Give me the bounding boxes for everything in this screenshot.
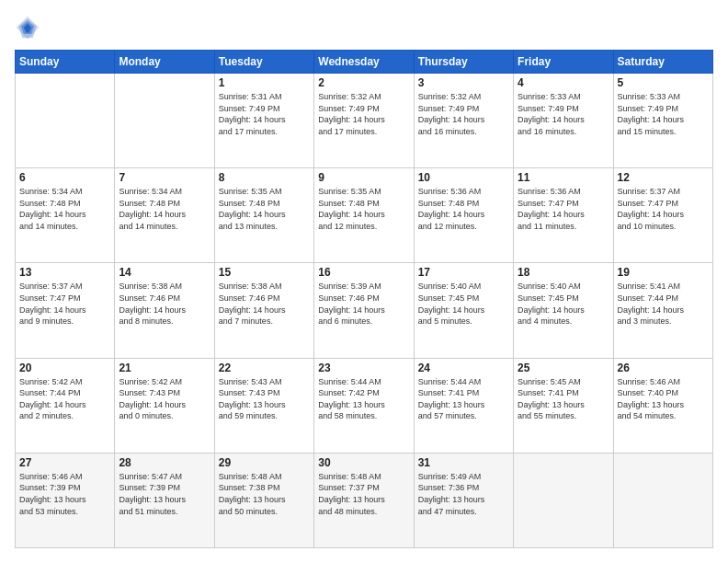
- calendar-cell: 13Sunrise: 5:37 AM Sunset: 7:47 PM Dayli…: [16, 263, 115, 358]
- calendar-cell: 20Sunrise: 5:42 AM Sunset: 7:44 PM Dayli…: [16, 358, 115, 453]
- calendar-cell: 17Sunrise: 5:40 AM Sunset: 7:45 PM Dayli…: [414, 263, 513, 358]
- day-number: 8: [219, 171, 310, 184]
- calendar-cell: 29Sunrise: 5:48 AM Sunset: 7:38 PM Dayli…: [214, 453, 313, 547]
- day-number: 10: [418, 171, 509, 184]
- day-number: 28: [119, 456, 210, 469]
- day-info: Sunrise: 5:35 AM Sunset: 7:48 PM Dayligh…: [318, 186, 409, 232]
- day-info: Sunrise: 5:46 AM Sunset: 7:39 PM Dayligh…: [19, 471, 110, 517]
- day-number: 14: [119, 266, 210, 279]
- day-number: 20: [19, 362, 110, 374]
- col-saturday: Saturday: [613, 51, 712, 74]
- day-number: 25: [518, 362, 609, 374]
- calendar-cell: 25Sunrise: 5:45 AM Sunset: 7:41 PM Dayli…: [514, 358, 613, 453]
- day-info: Sunrise: 5:32 AM Sunset: 7:49 PM Dayligh…: [318, 91, 409, 137]
- logo: [15, 15, 44, 40]
- day-number: 18: [518, 266, 609, 279]
- calendar-cell: 11Sunrise: 5:36 AM Sunset: 7:47 PM Dayli…: [514, 168, 613, 263]
- day-info: Sunrise: 5:39 AM Sunset: 7:46 PM Dayligh…: [318, 281, 409, 327]
- day-number: 6: [19, 171, 110, 184]
- day-number: 29: [219, 456, 310, 469]
- calendar-cell: 31Sunrise: 5:49 AM Sunset: 7:36 PM Dayli…: [414, 453, 513, 547]
- day-info: Sunrise: 5:33 AM Sunset: 7:49 PM Dayligh…: [518, 91, 609, 137]
- calendar-cell: 30Sunrise: 5:48 AM Sunset: 7:37 PM Dayli…: [314, 453, 414, 547]
- day-number: 12: [618, 171, 709, 184]
- day-info: Sunrise: 5:48 AM Sunset: 7:37 PM Dayligh…: [318, 471, 409, 517]
- calendar-table: Sunday Monday Tuesday Wednesday Thursday…: [15, 50, 713, 548]
- day-number: 19: [618, 266, 709, 279]
- logo-icon: [15, 15, 40, 40]
- calendar-cell: 19Sunrise: 5:41 AM Sunset: 7:44 PM Dayli…: [613, 263, 712, 358]
- calendar-cell: 10Sunrise: 5:36 AM Sunset: 7:48 PM Dayli…: [414, 168, 513, 263]
- day-info: Sunrise: 5:48 AM Sunset: 7:38 PM Dayligh…: [219, 471, 310, 517]
- col-sunday: Sunday: [16, 51, 115, 74]
- day-number: 26: [618, 362, 709, 374]
- calendar-cell: 27Sunrise: 5:46 AM Sunset: 7:39 PM Dayli…: [16, 453, 115, 547]
- calendar-cell: 24Sunrise: 5:44 AM Sunset: 7:41 PM Dayli…: [414, 358, 513, 453]
- day-number: 7: [119, 171, 210, 184]
- day-info: Sunrise: 5:36 AM Sunset: 7:48 PM Dayligh…: [418, 186, 509, 232]
- day-info: Sunrise: 5:40 AM Sunset: 7:45 PM Dayligh…: [418, 281, 509, 327]
- calendar-cell: 7Sunrise: 5:34 AM Sunset: 7:48 PM Daylig…: [115, 168, 214, 263]
- day-info: Sunrise: 5:37 AM Sunset: 7:47 PM Dayligh…: [19, 281, 110, 327]
- calendar-cell: [514, 453, 613, 547]
- calendar-cell: 4Sunrise: 5:33 AM Sunset: 7:49 PM Daylig…: [514, 74, 613, 168]
- col-friday: Friday: [514, 51, 613, 74]
- calendar-cell: 6Sunrise: 5:34 AM Sunset: 7:48 PM Daylig…: [16, 168, 115, 263]
- day-number: 31: [418, 456, 509, 469]
- day-info: Sunrise: 5:41 AM Sunset: 7:44 PM Dayligh…: [618, 281, 709, 327]
- day-info: Sunrise: 5:33 AM Sunset: 7:49 PM Dayligh…: [618, 91, 709, 137]
- day-info: Sunrise: 5:40 AM Sunset: 7:45 PM Dayligh…: [518, 281, 609, 327]
- day-info: Sunrise: 5:31 AM Sunset: 7:49 PM Dayligh…: [219, 91, 310, 137]
- day-info: Sunrise: 5:49 AM Sunset: 7:36 PM Dayligh…: [418, 471, 509, 517]
- day-number: 2: [318, 76, 409, 89]
- day-number: 5: [618, 76, 709, 89]
- col-tuesday: Tuesday: [214, 51, 313, 74]
- day-number: 24: [418, 362, 509, 374]
- day-info: Sunrise: 5:38 AM Sunset: 7:46 PM Dayligh…: [119, 281, 210, 327]
- day-info: Sunrise: 5:34 AM Sunset: 7:48 PM Dayligh…: [19, 186, 110, 232]
- calendar-cell: 8Sunrise: 5:35 AM Sunset: 7:48 PM Daylig…: [214, 168, 313, 263]
- calendar-cell: 21Sunrise: 5:42 AM Sunset: 7:43 PM Dayli…: [115, 358, 214, 453]
- calendar-cell: 2Sunrise: 5:32 AM Sunset: 7:49 PM Daylig…: [314, 74, 414, 168]
- day-number: 4: [518, 76, 609, 89]
- day-info: Sunrise: 5:47 AM Sunset: 7:39 PM Dayligh…: [119, 471, 210, 517]
- page-header: [15, 15, 713, 40]
- calendar-cell: 28Sunrise: 5:47 AM Sunset: 7:39 PM Dayli…: [115, 453, 214, 547]
- calendar-cell: 14Sunrise: 5:38 AM Sunset: 7:46 PM Dayli…: [115, 263, 214, 358]
- day-info: Sunrise: 5:45 AM Sunset: 7:41 PM Dayligh…: [518, 376, 609, 422]
- day-number: 23: [318, 362, 409, 374]
- day-info: Sunrise: 5:34 AM Sunset: 7:48 PM Dayligh…: [119, 186, 210, 232]
- calendar-cell: 3Sunrise: 5:32 AM Sunset: 7:49 PM Daylig…: [414, 74, 513, 168]
- day-number: 3: [418, 76, 509, 89]
- day-info: Sunrise: 5:37 AM Sunset: 7:47 PM Dayligh…: [618, 186, 709, 232]
- calendar-cell: 23Sunrise: 5:44 AM Sunset: 7:42 PM Dayli…: [314, 358, 414, 453]
- calendar-cell: [16, 74, 115, 168]
- calendar-cell: 12Sunrise: 5:37 AM Sunset: 7:47 PM Dayli…: [613, 168, 712, 263]
- day-info: Sunrise: 5:32 AM Sunset: 7:49 PM Dayligh…: [418, 91, 509, 137]
- calendar-cell: 26Sunrise: 5:46 AM Sunset: 7:40 PM Dayli…: [613, 358, 712, 453]
- calendar-cell: [115, 74, 214, 168]
- day-info: Sunrise: 5:42 AM Sunset: 7:44 PM Dayligh…: [19, 376, 110, 422]
- day-number: 13: [19, 266, 110, 279]
- col-monday: Monday: [115, 51, 214, 74]
- day-info: Sunrise: 5:44 AM Sunset: 7:42 PM Dayligh…: [318, 376, 409, 422]
- day-number: 17: [418, 266, 509, 279]
- calendar-cell: 15Sunrise: 5:38 AM Sunset: 7:46 PM Dayli…: [214, 263, 313, 358]
- day-info: Sunrise: 5:38 AM Sunset: 7:46 PM Dayligh…: [219, 281, 310, 327]
- calendar-cell: 18Sunrise: 5:40 AM Sunset: 7:45 PM Dayli…: [514, 263, 613, 358]
- day-number: 11: [518, 171, 609, 184]
- day-number: 30: [318, 456, 409, 469]
- calendar-cell: 22Sunrise: 5:43 AM Sunset: 7:43 PM Dayli…: [214, 358, 313, 453]
- day-number: 21: [119, 362, 210, 374]
- day-number: 15: [219, 266, 310, 279]
- day-number: 22: [219, 362, 310, 374]
- day-number: 16: [318, 266, 409, 279]
- calendar-header-row: Sunday Monday Tuesday Wednesday Thursday…: [16, 51, 713, 74]
- calendar-cell: 9Sunrise: 5:35 AM Sunset: 7:48 PM Daylig…: [314, 168, 414, 263]
- calendar-cell: 5Sunrise: 5:33 AM Sunset: 7:49 PM Daylig…: [613, 74, 712, 168]
- calendar-cell: [613, 453, 712, 547]
- day-number: 9: [318, 171, 409, 184]
- day-info: Sunrise: 5:36 AM Sunset: 7:47 PM Dayligh…: [518, 186, 609, 232]
- calendar-cell: 16Sunrise: 5:39 AM Sunset: 7:46 PM Dayli…: [314, 263, 414, 358]
- day-info: Sunrise: 5:44 AM Sunset: 7:41 PM Dayligh…: [418, 376, 509, 422]
